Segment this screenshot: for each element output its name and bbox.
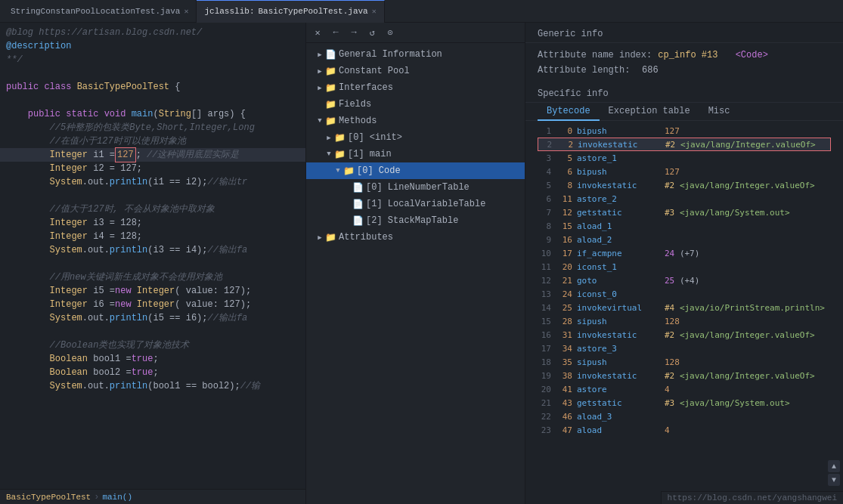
tree-item-init[interactable]: ▶ 📁 [0] <init> <box>306 129 525 146</box>
file-icon-sm: 📄 <box>352 215 364 227</box>
info-row-attr-length: Attribute length: 686 <box>538 63 831 78</box>
folder-icon-iface: 📁 <box>324 82 336 94</box>
tree-item-localvar[interactable]: 📄 [1] LocalVariableTable <box>306 196 525 212</box>
back-button[interactable]: ← <box>329 26 342 39</box>
code-line: Integer i5 = new Integer ( value: 127); <box>0 284 305 298</box>
file-icon-ln: 📄 <box>352 182 364 193</box>
tree-label-iface: Interfaces <box>339 82 522 93</box>
tree-label-fields: Fields <box>339 99 522 110</box>
folder-icon-fields: 📁 <box>324 99 336 110</box>
tree-label-general: General Information <box>339 49 522 60</box>
tab-bytecode[interactable]: Bytecode <box>538 103 600 121</box>
breadcrumb-class: BasicTypePoolTest <box>6 493 91 502</box>
tree-content: ▶ 📄 General Information ▶ 📁 Constant Poo… <box>306 43 525 504</box>
code-line: //Boolean类也实现了对象池技术 <box>0 339 305 352</box>
bc-row-16: 16 31 invokestatic #2 <java/lang/Integer… <box>538 328 831 342</box>
bytecode-table[interactable]: 1 0 bipush 127 2 2 invokestatic #2 <java… <box>525 121 843 504</box>
code-line: **/ <box>0 53 305 66</box>
tree-item-general[interactable]: ▶ 📄 General Information <box>306 46 525 63</box>
folder-icon-attrs: 📁 <box>324 232 336 243</box>
bc-row-6: 6 11 astore_2 <box>538 192 831 206</box>
code-panel: @blog https://artisan.blog.csdn.net/ @de… <box>0 23 306 504</box>
tree-item-main[interactable]: ▼ 📁 [1] main <box>306 146 525 162</box>
tree-arrow-general: ▶ <box>315 51 324 59</box>
code-line <box>0 257 305 271</box>
tree-item-fields[interactable]: 📁 Fields <box>306 96 525 113</box>
bc-row-9: 9 16 aload_2 <box>538 233 831 246</box>
bc-row-1: 1 0 bipush 127 <box>538 124 831 138</box>
bc-row-5: 5 8 invokestatic #2 <java/lang/Integer.v… <box>538 178 831 192</box>
tree-arrow-methods: ▼ <box>315 117 324 125</box>
bc-row-14: 14 25 invokevirtual #4 <java/io/PrintStr… <box>538 301 831 314</box>
code-line: Integer i3 = 128; <box>0 216 305 230</box>
bc-row-15: 15 28 sipush 128 <box>538 314 831 328</box>
bc-row-23: 23 47 aload 4 <box>538 423 831 437</box>
tree-item-interfaces[interactable]: ▶ 📁 Interfaces <box>306 79 525 96</box>
tree-arrow-sm <box>342 217 352 224</box>
generic-info-header: Generic info <box>525 23 843 43</box>
tab-string-pool[interactable]: StringConstanPoolLocationTest.java ✕ <box>3 0 197 23</box>
bc-row-4: 4 6 bipush 127 <box>538 165 831 178</box>
tree-arrow-ln <box>342 184 352 191</box>
tree-arrow-init: ▶ <box>324 134 333 142</box>
tree-arrow-fields <box>315 100 324 108</box>
tree-item-methods[interactable]: ▼ 📁 Methods <box>306 113 525 129</box>
bc-row-21: 21 43 getstatic #3 <java/lang/System.out… <box>538 396 831 410</box>
folder-icon-code: 📁 <box>342 165 355 177</box>
code-line <box>0 94 305 107</box>
code-line: public class BasicTypePoolTest { <box>0 80 305 94</box>
code-line <box>0 189 305 203</box>
code-line: Integer i4 = 128; <box>0 230 305 243</box>
close-button[interactable]: ✕ <box>311 26 324 39</box>
folder-icon-methods: 📁 <box>324 116 336 127</box>
bc-row-18: 18 35 sipush 128 <box>538 355 831 369</box>
tab-bar: StringConstanPoolLocationTest.java ✕ jcl… <box>0 0 843 23</box>
tab-close-1[interactable]: ✕ <box>184 7 188 16</box>
info-tab-row: Bytecode Exception table Misc <box>525 103 843 121</box>
code-line: //值大于127时, 不会从对象池中取对象 <box>0 203 305 216</box>
code-line: Integer i6 = new Integer ( value: 127); <box>0 298 305 311</box>
code-line <box>0 325 305 339</box>
tree-item-code[interactable]: ▼ 📁 [0] Code <box>306 162 525 179</box>
code-line: System .out. println (i3 == i4); //输出fa <box>0 243 305 257</box>
tree-label-ln: [0] LineNumberTable <box>366 182 522 193</box>
info-panel: Generic info Attribute name index: cp_in… <box>525 23 843 504</box>
code-line: //5种整形的包装类Byte,Short,Integer,Long <box>0 121 305 135</box>
tree-arrow-iface: ▶ <box>315 84 324 92</box>
code-line: //用new关键词新生成对象不会使用对象池 <box>0 271 305 284</box>
tree-label-cp: Constant Pool <box>339 66 522 76</box>
tab-basic-pool[interactable]: jclasslib: BasicTypePoolTest.java ✕ <box>197 0 384 23</box>
tree-item-stackmap[interactable]: 📄 [2] StackMapTable <box>306 212 525 229</box>
tree-item-linenumber[interactable]: 📄 [0] LineNumberTable <box>306 179 525 196</box>
bc-row-19: 19 38 invokestatic #2 <java/lang/Integer… <box>538 369 831 382</box>
scroll-down-button[interactable]: ▼ <box>828 474 840 486</box>
code-line: Boolean bool2 = true ; <box>0 366 305 379</box>
tree-toolbar: ✕ ← → ↺ ⊙ <box>306 23 525 43</box>
tab-misc[interactable]: Misc <box>699 103 739 121</box>
forward-button[interactable]: → <box>347 26 361 39</box>
tab-exception-table[interactable]: Exception table <box>600 103 699 121</box>
tab-prefix: jclasslib: <box>204 7 254 16</box>
code-line: public static void main ( String [] args… <box>0 107 305 121</box>
code-line: Integer i2 = 127; <box>0 162 305 175</box>
generic-info-section: Attribute name index: cp_info #13 <Code>… <box>525 43 843 82</box>
status-url: https://blog.csdn.net/yangshangwei <box>661 491 843 504</box>
code-line: System .out. println (bool1 == bool2); /… <box>0 379 305 393</box>
code-line: System .out. println (i5 == i6); //输出fa <box>0 311 305 325</box>
folder-icon-main: 📁 <box>333 149 346 160</box>
bc-row-12: 12 21 goto 25 (+4) <box>538 274 831 287</box>
folder-icon-general: 📄 <box>324 49 336 60</box>
refresh-button[interactable]: ↺ <box>365 26 379 39</box>
bc-row-22: 22 46 aload_3 <box>538 410 831 423</box>
folder-icon-cp: 📁 <box>324 66 336 77</box>
tree-item-constant-pool[interactable]: ▶ 📁 Constant Pool <box>306 63 525 79</box>
code-line: //在值小于127时可以使用对象池 <box>0 135 305 148</box>
scroll-up-button[interactable]: ▲ <box>828 460 840 472</box>
stop-button[interactable]: ⊙ <box>383 26 397 39</box>
tree-arrow-lv <box>342 200 352 208</box>
tab-close-2[interactable]: ✕ <box>372 7 377 16</box>
code-content: @blog https://artisan.blog.csdn.net/ @de… <box>0 23 305 504</box>
code-line: System .out. println (i1 == i2); //输出tr <box>0 175 305 189</box>
tree-item-attributes[interactable]: ▶ 📁 Attributes <box>306 229 525 246</box>
attr-name-link[interactable]: cp_info #13 <box>658 50 717 60</box>
